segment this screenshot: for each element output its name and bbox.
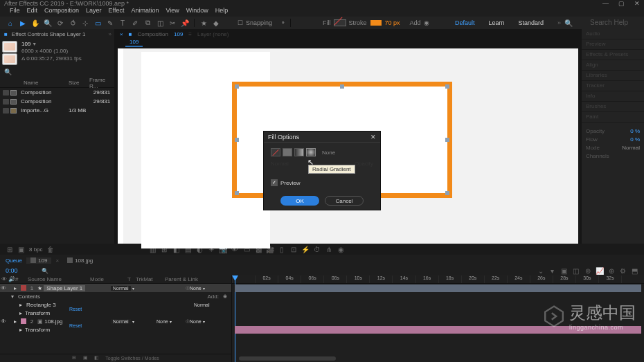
- minimize-button[interactable]: —: [602, 0, 609, 7]
- selection-tool-icon[interactable]: ▶: [18, 18, 28, 28]
- new-folder-icon[interactable]: ▣: [17, 246, 25, 253]
- layer-row[interactable]: 👁 ▸ 2 ▣ 108.jpg Normal▾ None ▾ ◎ None ▾: [0, 317, 231, 325]
- tl-foot-icon[interactable]: ▣: [83, 355, 90, 362]
- add-label[interactable]: Add: [410, 19, 421, 26]
- brush-tool-icon[interactable]: ✐: [130, 18, 140, 28]
- home-icon[interactable]: ⌂: [6, 18, 15, 28]
- resize-handle[interactable]: [445, 138, 449, 142]
- fill-type-radial[interactable]: [306, 148, 316, 156]
- preview-checkbox[interactable]: ✓: [271, 179, 278, 186]
- prop-mode-value[interactable]: Normal: [622, 145, 640, 151]
- trash-icon[interactable]: 🗑: [47, 246, 55, 253]
- add-shape-button[interactable]: Add:: [208, 293, 223, 300]
- menu-layer[interactable]: Layer: [86, 7, 102, 17]
- star-icon[interactable]: ★: [199, 18, 208, 28]
- workspace-learn[interactable]: Learn: [488, 19, 504, 26]
- timeline-zoom-scrollbar[interactable]: [239, 356, 336, 361]
- panel-libraries[interactable]: Libraries: [582, 71, 644, 81]
- close-button[interactable]: ✕: [634, 0, 640, 7]
- pixel-aspect-icon[interactable]: ⊡: [290, 246, 298, 253]
- layer-duration-bar[interactable]: [235, 326, 641, 334]
- project-item[interactable]: Composition 29/831: [0, 88, 114, 97]
- resize-handle[interactable]: [445, 191, 449, 195]
- ok-button[interactable]: OK: [280, 196, 319, 206]
- effect-controls-tab[interactable]: Effect Controls Shape Layer 1: [8, 31, 90, 37]
- menu-window[interactable]: Window: [186, 7, 208, 17]
- tl-shy-icon[interactable]: ⌄: [537, 267, 544, 275]
- comp-sub-tab[interactable]: 109: [125, 38, 143, 47]
- timeline-tab[interactable]: 109: [26, 257, 51, 264]
- timeline-graph[interactable]: 02s 04s 06s 08s 10s 12s 14s 16s 18s 20s …: [231, 275, 644, 362]
- panel-preview[interactable]: Preview: [582, 39, 644, 50]
- toggle-switches[interactable]: Toggle Switches / Modes: [105, 356, 159, 361]
- layer-transform[interactable]: ▸ Transform: [0, 325, 231, 334]
- tl-foot-icon[interactable]: ⊞: [72, 355, 79, 362]
- resize-handle[interactable]: [235, 138, 239, 142]
- label-color-icon[interactable]: [21, 318, 26, 324]
- stroke-swatch[interactable]: [370, 19, 382, 26]
- panel-info[interactable]: Info: [582, 91, 644, 102]
- cancel-button[interactable]: Cancel: [325, 196, 364, 206]
- workspace-standard[interactable]: Standard: [518, 19, 544, 26]
- interpret-footage-icon[interactable]: ⊞: [6, 246, 13, 253]
- tl-brainstorm-icon[interactable]: ⚙: [619, 267, 627, 275]
- fill-type-none[interactable]: [271, 148, 280, 156]
- panel-paint[interactable]: Paint: [582, 112, 644, 123]
- panel-brushes[interactable]: Brushes: [582, 102, 644, 112]
- tl-draft3d-icon[interactable]: ▣: [560, 267, 568, 275]
- anchor-tool-icon[interactable]: ⊹: [80, 18, 90, 28]
- panel-align[interactable]: Align: [582, 60, 644, 71]
- project-item[interactable]: Composition 29/831: [0, 97, 114, 106]
- fill-type-linear[interactable]: [294, 148, 304, 156]
- panel-menu-icon[interactable]: »: [109, 31, 114, 37]
- shape-tool-icon[interactable]: ◆: [211, 18, 221, 28]
- render-queue-tab[interactable]: Queue: [6, 257, 22, 264]
- time-ruler[interactable]: 02s 04s 06s 08s 10s 12s 14s 16s 18s 20s …: [232, 275, 644, 284]
- roto-tool-icon[interactable]: ✂: [168, 18, 177, 28]
- resize-handle[interactable]: [340, 84, 344, 89]
- tl-expression-icon[interactable]: ⊕: [607, 267, 615, 275]
- menu-animation[interactable]: Animation: [131, 7, 159, 17]
- col-mode[interactable]: Mode: [90, 276, 127, 282]
- menu-composition[interactable]: Composition: [44, 7, 79, 17]
- project-item[interactable]: Importe...G 1/3 MB: [0, 106, 114, 115]
- tl-dropdown-icon[interactable]: ▾: [548, 267, 556, 275]
- layer-transform[interactable]: ▸ Transform: [0, 309, 231, 317]
- panel-effects[interactable]: Effects & Presets: [582, 50, 644, 60]
- zoom-tool-icon[interactable]: 🔍: [43, 18, 53, 28]
- prop-opacity-value[interactable]: 0 %: [630, 128, 640, 134]
- tl-foot-icon[interactable]: ◧: [94, 355, 101, 362]
- layer-row[interactable]: 👁 ▸ 1 ★ Shape Layer 1 Normal▾ ◎ None ▾: [0, 284, 231, 292]
- layer-duration-bar[interactable]: [235, 284, 641, 292]
- label-color-icon[interactable]: [21, 285, 26, 291]
- flowchart-icon[interactable]: ⋔: [325, 246, 333, 253]
- menu-effect[interactable]: Effect: [109, 7, 125, 17]
- tl-frame-blend-icon[interactable]: ◫: [572, 267, 580, 275]
- col-name[interactable]: Name: [21, 80, 69, 86]
- project-comp-name[interactable]: 109: [21, 41, 82, 48]
- timeline-search-icon[interactable]: 🔍: [42, 268, 537, 274]
- orbit-tool-icon[interactable]: ⟳: [55, 18, 65, 28]
- search-help-input[interactable]: Search Help: [590, 19, 638, 27]
- layer-shape-group[interactable]: ▸ Rectangle 3 Normal: [0, 300, 231, 309]
- panel-audio[interactable]: Audio: [582, 29, 644, 39]
- fill-swatch[interactable]: [334, 19, 346, 26]
- layer-contents[interactable]: ▾ Contents Add: ◉: [0, 292, 231, 300]
- col-trkmat[interactable]: TrkMat: [136, 276, 165, 282]
- stroke-label[interactable]: Stroke: [349, 19, 367, 26]
- menu-help[interactable]: Help: [215, 7, 229, 17]
- tl-collapse-icon[interactable]: ⬒: [631, 267, 638, 275]
- fast-preview-icon[interactable]: ⚡: [302, 246, 310, 253]
- resize-handle[interactable]: [445, 84, 449, 89]
- search-icon[interactable]: 🔍: [564, 18, 573, 28]
- text-tool-icon[interactable]: T: [118, 18, 127, 28]
- dialog-close-button[interactable]: ✕: [370, 134, 376, 141]
- exposure-icon[interactable]: ◉: [337, 246, 345, 253]
- blend-mode-dropdown[interactable]: Normal: [271, 161, 289, 167]
- puppet-tool-icon[interactable]: 📌: [180, 18, 190, 28]
- workspace-default[interactable]: Default: [455, 19, 475, 26]
- timeline-icon[interactable]: ⏱: [314, 246, 321, 253]
- add-dropdown-icon[interactable]: ◉: [223, 293, 231, 299]
- clone-tool-icon[interactable]: ⧉: [143, 18, 152, 28]
- eraser-tool-icon[interactable]: ◫: [155, 18, 165, 28]
